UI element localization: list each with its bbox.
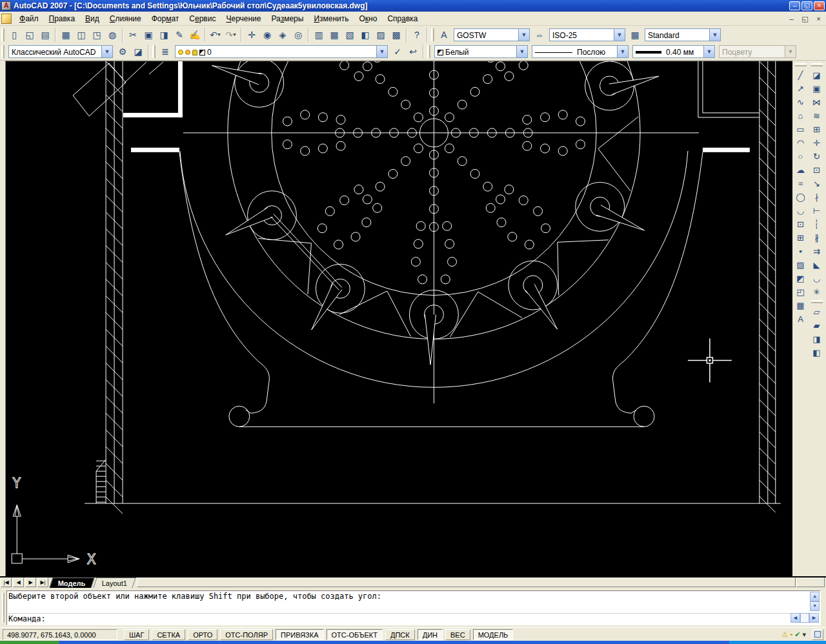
3d-dwf-icon[interactable]: ◍ <box>105 28 119 42</box>
break-icon[interactable]: ∦ <box>810 231 823 245</box>
arc-icon[interactable]: ◠ <box>794 136 807 150</box>
command-horizontal-scrollbar[interactable]: ◀ ▶ <box>791 613 819 623</box>
cut-icon[interactable]: ✂ <box>126 28 140 42</box>
tab-nav-last-icon[interactable]: ▶| <box>37 578 48 587</box>
toolbar-grip[interactable] <box>795 63 807 66</box>
undo-icon[interactable]: ↶▼ <box>208 28 223 42</box>
send-to-back-icon[interactable]: ▰ <box>810 319 823 332</box>
status-toggle-ПРИВЯЗКА[interactable]: ПРИВЯЗКА <box>276 629 323 640</box>
tab-nav-next-icon[interactable]: ▶ <box>25 578 36 587</box>
close-button[interactable]: × <box>814 1 825 10</box>
match-properties-icon[interactable]: ✎ <box>172 28 186 42</box>
menu-Сервис[interactable]: Сервис <box>184 13 221 25</box>
markup-set-manager-icon[interactable]: ▨ <box>374 28 388 42</box>
status-toggle-МОДЕЛЬ[interactable]: МОДЕЛЬ <box>473 629 514 640</box>
sheet-set-manager-icon[interactable]: ◧ <box>358 28 372 42</box>
array-icon[interactable]: ⊞ <box>810 123 823 136</box>
chevron-down-icon[interactable]: ▼ <box>614 29 625 41</box>
tabrow-scrollbar-end[interactable] <box>796 578 825 587</box>
status-toggle-ДИН[interactable]: ДИН <box>418 629 443 640</box>
help-icon[interactable]: ? <box>410 28 424 42</box>
toolbar-grip[interactable] <box>1 28 5 41</box>
plot-preview-icon[interactable]: ◫ <box>74 28 88 42</box>
gradient-icon[interactable]: ◩ <box>794 272 807 285</box>
extend-icon[interactable]: ⊢ <box>810 204 823 217</box>
hatch-icon[interactable]: ▨ <box>794 258 807 272</box>
restore-button[interactable]: ◱ <box>801 1 812 10</box>
insert-block-icon[interactable]: ⊡ <box>794 217 807 231</box>
scroll-down-icon[interactable]: ▼ <box>810 601 820 611</box>
polyline-icon[interactable]: ∿ <box>794 96 807 109</box>
send-under-objects-icon[interactable]: ◧ <box>810 346 823 359</box>
status-toggle-СЕТКА[interactable]: СЕТКА <box>152 629 185 640</box>
zoom-window-icon[interactable]: ◈ <box>276 28 290 42</box>
tab-nav-prev-icon[interactable]: ◀ <box>13 578 24 587</box>
menu-Размеры[interactable]: Размеры <box>266 13 308 25</box>
plot-icon[interactable]: ▦ <box>59 28 73 42</box>
scroll-left-icon[interactable]: ◀ <box>791 613 800 623</box>
status-toggle-ШАГ[interactable]: ШАГ <box>124 629 149 640</box>
menu-Слияние[interactable]: Слияние <box>105 13 146 25</box>
command-vertical-scrollbar[interactable]: ▲ ▼ <box>810 592 820 612</box>
toolbar-grip[interactable] <box>427 45 430 58</box>
layer-color-swatch[interactable] <box>199 50 205 55</box>
join-icon[interactable]: ⇉ <box>810 245 823 258</box>
chamfer-icon[interactable]: ◣ <box>810 258 823 272</box>
copy-icon[interactable]: ▣ <box>810 82 823 96</box>
layer-previous-icon[interactable]: ↩ <box>406 45 420 59</box>
redo-dropdown-icon[interactable]: ▼ <box>232 32 237 37</box>
color-combo[interactable]: Белый ▼ <box>434 45 528 58</box>
workspace-combo[interactable]: Классический AutoCAD ▼ <box>8 45 113 58</box>
polygon-icon[interactable]: ⌂ <box>794 109 807 123</box>
move-icon[interactable]: ✛ <box>810 136 823 150</box>
command-history[interactable]: Выберите второй объект или нажмите клави… <box>8 592 809 611</box>
pan-icon[interactable]: ✛ <box>245 28 259 42</box>
lineweight-combo[interactable]: 0.40 мм ▼ <box>632 45 715 58</box>
status-toggle-ОТС-ОБЪЕКТ[interactable]: ОТС-ОБЪЕКТ <box>327 629 383 640</box>
command-window-grip[interactable] <box>2 593 5 623</box>
fillet-icon[interactable]: ◡ <box>810 272 823 285</box>
zoom-previous-icon[interactable]: ◎ <box>291 28 305 42</box>
start-button-edge[interactable] <box>0 641 59 644</box>
ellipse-icon[interactable]: ◯ <box>794 190 807 204</box>
toolbar-grip[interactable] <box>1 45 5 58</box>
quick-calc-icon[interactable]: ▩ <box>389 28 403 42</box>
tabrow-scrollbar-track[interactable] <box>137 578 796 587</box>
mdi-restore-button[interactable]: ◱ <box>799 14 811 24</box>
menu-Черчение[interactable]: Черчение <box>221 13 266 25</box>
explode-icon[interactable]: ✳ <box>810 285 823 299</box>
paste-icon[interactable]: ◨ <box>157 28 171 42</box>
text-style-combo[interactable]: GOSTW ▼ <box>454 28 530 41</box>
command-box[interactable]: Выберите второй объект или нажмите клави… <box>6 590 821 625</box>
menu-Окно[interactable]: Окно <box>354 13 383 25</box>
undo-dropdown-icon[interactable]: ▼ <box>217 32 221 37</box>
layer-freeze-icon[interactable] <box>185 50 190 55</box>
open-icon[interactable]: ◱ <box>23 28 37 42</box>
design-center-icon[interactable]: ▦ <box>327 28 341 42</box>
toolbar-grip[interactable] <box>811 300 823 303</box>
table-style-icon[interactable]: ▦ <box>628 28 642 42</box>
menu-Вид[interactable]: Вид <box>80 13 105 25</box>
status-toggle-ОТС-ПОЛЯР[interactable]: ОТС-ПОЛЯР <box>220 629 273 640</box>
make-object-layer-current-icon[interactable]: ✓ <box>390 45 405 59</box>
chevron-down-icon[interactable]: ▼ <box>709 29 720 41</box>
dim-style-combo[interactable]: ISO-25 ▼ <box>549 28 625 41</box>
layer-lock-icon[interactable] <box>192 50 197 55</box>
communication-center-icon[interactable]: ⚠ <box>782 631 789 638</box>
scroll-up-icon[interactable]: ▲ <box>810 592 820 601</box>
chevron-down-icon[interactable]: ▼ <box>101 46 112 57</box>
chevron-down-icon[interactable]: ▼ <box>518 29 529 41</box>
save-workspace-icon[interactable]: ◪ <box>131 45 145 59</box>
drawing-canvas[interactable]: XY <box>5 61 792 576</box>
point-icon[interactable]: ▪ <box>794 245 807 258</box>
mdi-close-button[interactable]: × <box>812 14 825 24</box>
layer-on-bulb-icon[interactable] <box>178 50 183 55</box>
dim-style-icon[interactable]: ⇔ <box>532 28 547 42</box>
table-style-combo[interactable]: Standard ▼ <box>645 28 721 41</box>
mdi-minimize-button[interactable]: – <box>785 14 798 24</box>
chevron-down-icon[interactable]: ▼ <box>376 46 387 57</box>
mirror-icon[interactable]: ⋈ <box>810 96 823 109</box>
linetype-combo[interactable]: Послою ▼ <box>532 45 629 58</box>
table-icon[interactable]: ▦ <box>794 299 807 312</box>
toolbar-grip[interactable] <box>431 28 434 41</box>
